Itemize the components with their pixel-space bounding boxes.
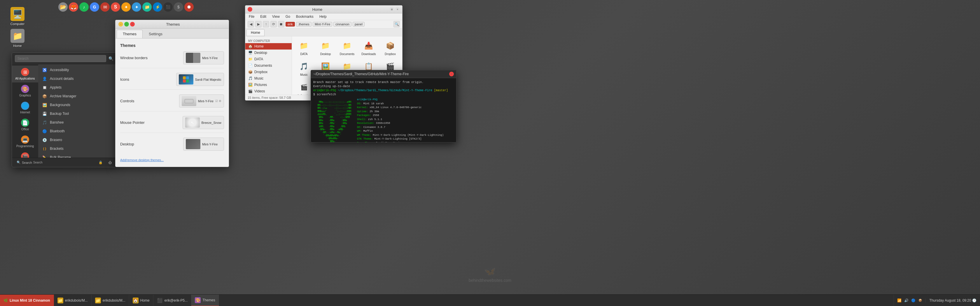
desktop-theme-preview[interactable]: Mint-Y-Fire [183,138,224,151]
fm-sidebar-home[interactable]: 🏠 Home [245,43,292,49]
menu-item-banshee[interactable]: 🎵 Banshee [40,118,115,127]
fm-tab-home[interactable]: Home [247,29,264,36]
terminal-controls: × [449,72,454,76]
sidebar-item-graphics-label: Graphics [19,94,31,97]
term-art: MMm----::-::::::::--mMM MM--::--::---::-… [313,98,351,142]
appicon-google[interactable]: G [90,2,99,12]
fm-forward-button[interactable]: ▶ [255,21,262,27]
fm-refresh-button[interactable]: ⟳ [270,21,277,27]
appicon-mail[interactable]: ✉ [100,2,110,12]
menu-item-bulk-rename[interactable]: ✏️ Bulk Rename [40,153,115,158]
fm-file-name: Music [300,73,308,77]
minimize-button[interactable]: − [118,22,123,27]
mouse-pointer-preview[interactable]: ↖ Breeze_Snow [183,116,224,129]
taskbar-item-terminal[interactable]: ⬛ erik@erik-P5... [153,295,192,306]
sidebar-item-internet[interactable]: 🌐 Internet [12,99,38,116]
menu-item-account-details[interactable]: 👤 Account details [40,75,115,83]
fm-sidebar-videos[interactable]: 🎬 Videos [245,88,292,94]
tray-bluetooth-icon[interactable]: 🔵 [910,298,916,303]
fm-menu-help[interactable]: Help [318,14,328,19]
fm-back-button[interactable]: ◀ [248,21,254,27]
sidebar-item-sound-video[interactable]: 🎬 Sound & Video [12,150,38,158]
fm-menu-edit[interactable]: Edit [259,14,267,19]
tray-network-icon[interactable]: 📶 [896,298,902,303]
fm-file-desktop[interactable]: 📁 Desktop [316,39,335,57]
menu-item-bluetooth[interactable]: 🔵 Bluetooth [40,127,115,135]
desktop-icon-computer[interactable]: 🖥️ Computer [6,6,29,27]
tab-themes[interactable]: Themes [117,30,143,38]
taskbar-item-home[interactable]: 🏠 Home [129,295,153,306]
taskbar-item-themes[interactable]: 🎨 Themes [191,295,219,306]
fm-file-downloads[interactable]: 📥 Downloads [359,39,378,57]
appicon-files[interactable]: 📂 [58,2,68,12]
fm-search-button[interactable]: 🔍 [393,21,400,27]
fm-file-data[interactable]: 📁 DATA [294,39,313,57]
menu-item-archive[interactable]: 📦 Archive Manager [40,92,115,100]
fm-sidebar-downloads[interactable]: ⬇️ Downloads [245,94,292,95]
taskbar-start-button[interactable]: 🌿 Linux Mint 18 Cinnamon [0,295,54,306]
tray-dropbox-icon[interactable]: 📦 [917,298,923,303]
footer-lock[interactable]: 🔒 [97,160,104,165]
menu-item-backgrounds[interactable]: 🖼️ Backgrounds [40,100,115,109]
fm-path-panel[interactable]: panel [353,22,364,27]
fm-view-icon-btn[interactable]: ⊞ [390,7,394,12]
icons-preview[interactable]: Sardi Flat Majestic [176,73,224,86]
tab-settings[interactable]: Settings [143,30,169,38]
menu-item-backup[interactable]: 💾 Backup Tool [40,109,115,118]
fm-up-button[interactable]: ↑ [263,21,269,27]
menu-search-input[interactable] [15,55,106,62]
fm-menu-view[interactable]: View [271,14,281,19]
fm-file-dropbox[interactable]: 📦 Dropbox [381,39,400,57]
maximize-button[interactable]: □ [124,22,129,27]
fm-path-mint-y-fire[interactable]: Mint-Y-Fire [313,22,332,27]
menu-item-applets[interactable]: 🔲 Applets [40,83,115,92]
fm-sidebar-documents[interactable]: 📄 Documents [245,62,292,69]
sidebar-item-graphics[interactable]: 🎨 Graphics [12,82,38,99]
fm-sidebar-pictures[interactable]: 🖼️ Pictures [245,82,292,88]
desktop-icon-home[interactable]: 📁 Home [6,28,29,49]
controls-preview[interactable]: Mint-Y-Fire ☑ ⚙ [179,94,224,108]
sidebar-item-office[interactable]: 📄 Office [12,116,38,133]
terminal-body[interactable]: Branch master set up to track remote bra… [311,78,456,142]
appicon-dollar[interactable]: $ [174,2,183,12]
appicon-spotify[interactable]: ♪ [80,2,89,12]
fm-sidebar-data[interactable]: 📁 DATA [245,56,292,62]
fm-sidebar-music[interactable]: 🎵 Music [245,75,292,82]
appicon-blue[interactable]: ✦ [132,2,141,12]
footer-search[interactable]: 🔍 Search Search [15,160,45,165]
window-borders-preview[interactable]: Mint-Y-Fire [183,51,224,64]
taskbar-item-files2[interactable]: 📁 erikdubois/M... [92,295,129,306]
fm-path-erik[interactable]: erik [286,22,295,27]
fm-close-button[interactable]: × [248,7,252,12]
fm-path-cinnamon[interactable]: cinnamon [333,22,352,27]
fm-sidebar-dropbox[interactable]: 📦 Dropbox [245,69,292,75]
add-remove-themes-link[interactable]: Add/remove desktop themes... [120,158,164,162]
taskbar-clock[interactable]: Thursday August 18, 09:20 🕐 [926,298,980,303]
tray-volume-icon[interactable]: 🔊 [903,298,909,303]
close-button[interactable]: × [130,22,135,27]
fm-menu-bookmarks[interactable]: Bookmarks [295,14,315,19]
menu-item-brackets[interactable]: { } Brackets [40,144,115,153]
fm-view-list-btn[interactable]: ≡ [395,7,400,12]
appicon-sardi[interactable]: S [111,2,120,12]
menu-item-brasero[interactable]: 💿 Brasero [40,135,115,144]
menu-item-accessibility[interactable]: ♿ Accessibility [40,65,115,75]
fm-menu-go[interactable]: Go [285,14,291,19]
sidebar-item-programming[interactable]: 💻 Programming [12,133,38,150]
appicon-vscode[interactable]: ⚡ [153,2,162,12]
fm-sidebar-desktop[interactable]: 🖥️ Desktop [245,49,292,56]
fm-path-themes[interactable]: .themes [296,22,312,27]
terminal-close-button[interactable]: × [449,72,454,76]
fm-home-nav-button[interactable]: ⏹ [278,21,285,27]
taskbar-item-files1[interactable]: 📁 erikdubois/M... [54,295,92,306]
footer-logout[interactable]: ⏻ [107,160,113,165]
appicon-firefox[interactable]: 🦊 [69,2,78,12]
fm-menu-file[interactable]: File [248,14,256,19]
menu-item-banshee-label: Banshee [50,120,64,124]
appicon-terminal[interactable]: ⬛ [163,2,173,12]
appicon-record[interactable]: ⏺ [185,2,194,12]
sidebar-item-all-apps[interactable]: ⊞ All Applications [12,65,38,82]
appicon-teal[interactable]: 📁 [142,2,152,12]
fm-file-documents[interactable]: 📁 Documents [337,39,357,57]
appicon-orange[interactable]: ✦ [121,2,130,12]
